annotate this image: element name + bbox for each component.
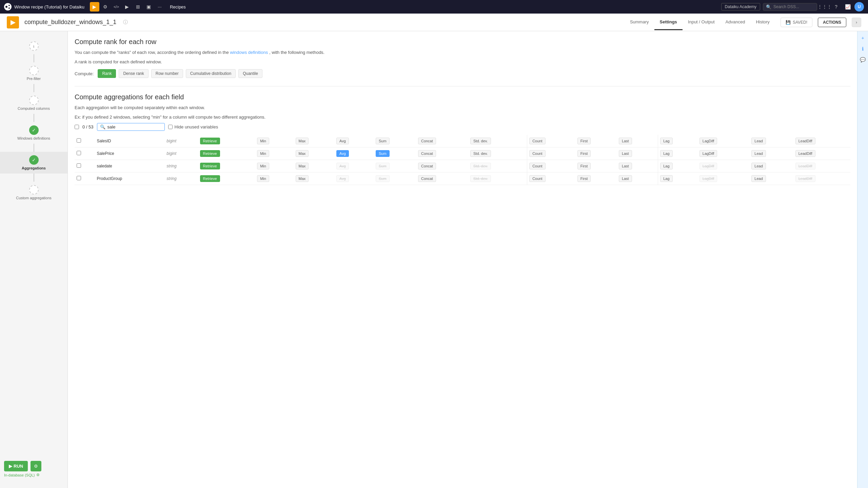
- recipe-info-icon[interactable]: ⓘ: [123, 19, 128, 25]
- retrieve-btn-0[interactable]: Retrieve: [200, 138, 220, 144]
- sum-btn-3[interactable]: Sum: [376, 175, 390, 182]
- windows-definitions-link[interactable]: windows definitions: [230, 50, 268, 55]
- sidebar-item-prefilter[interactable]: Pre-filter: [0, 62, 67, 84]
- concat-btn-0[interactable]: Concat: [418, 138, 436, 144]
- row-checkbox-2[interactable]: [77, 163, 81, 168]
- stddev-btn-2[interactable]: Std. dev.: [470, 163, 491, 169]
- stddev-btn-1[interactable]: Std. dev.: [470, 150, 491, 157]
- hide-unused-checkbox[interactable]: [168, 125, 173, 129]
- stddev-btn-0[interactable]: Std. dev.: [470, 138, 491, 144]
- concat-btn-3[interactable]: Concat: [418, 175, 436, 182]
- avg-btn-1[interactable]: Avg: [336, 150, 349, 157]
- lagdiff-btn-1[interactable]: LagDiff: [699, 150, 717, 157]
- concat-btn-2[interactable]: Concat: [418, 163, 436, 169]
- sum-btn-1[interactable]: Sum: [376, 150, 390, 157]
- gear-nav-icon[interactable]: ⚙: [101, 2, 110, 12]
- row-checkbox-0[interactable]: [77, 138, 81, 143]
- last-btn-1[interactable]: Last: [619, 150, 632, 157]
- play-nav-icon[interactable]: ▶: [122, 2, 132, 12]
- avg-btn-0[interactable]: Avg: [336, 138, 349, 144]
- retrieve-btn-1[interactable]: Retrieve: [200, 150, 220, 157]
- row-number-button[interactable]: Row number: [151, 69, 183, 78]
- more-nav-icon[interactable]: ···: [155, 2, 164, 12]
- help-icon[interactable]: ?: [831, 2, 841, 12]
- count-btn-0[interactable]: Count: [529, 138, 545, 144]
- tab-input-output[interactable]: Input / Output: [683, 15, 720, 30]
- right-panel-chat-icon[interactable]: 💬: [859, 56, 867, 64]
- sidebar-item-aggregations[interactable]: ✓ Aggregations: [0, 152, 67, 174]
- select-all-checkbox[interactable]: [75, 125, 79, 129]
- leaddiff-btn-0[interactable]: LeadDiff: [795, 138, 815, 144]
- db-settings-icon[interactable]: ⚙: [36, 473, 40, 477]
- agg-search-input[interactable]: [107, 124, 162, 129]
- max-btn-3[interactable]: Max: [296, 175, 309, 182]
- sidebar-item-windows-definitions[interactable]: ✓ Windows definitions: [0, 122, 67, 144]
- sidebar-item-custom-aggregations[interactable]: Custom aggregations: [0, 182, 67, 203]
- sidebar-item-computed-columns[interactable]: Computed columns: [0, 92, 67, 114]
- max-btn-2[interactable]: Max: [296, 163, 309, 169]
- concat-btn-1[interactable]: Concat: [418, 150, 436, 157]
- min-btn-3[interactable]: Min: [257, 175, 269, 182]
- right-panel-plus-icon[interactable]: +: [859, 34, 867, 42]
- tab-advanced[interactable]: Advanced: [720, 15, 751, 30]
- leaddiff-btn-3[interactable]: LeadDiff: [795, 175, 815, 182]
- avg-btn-3[interactable]: Avg: [336, 175, 349, 182]
- lead-btn-0[interactable]: Lead: [751, 138, 766, 144]
- run-button[interactable]: ▶ RUN: [4, 461, 28, 471]
- count-btn-2[interactable]: Count: [529, 163, 545, 169]
- lead-btn-3[interactable]: Lead: [751, 175, 766, 182]
- lead-btn-1[interactable]: Lead: [751, 150, 766, 157]
- last-btn-2[interactable]: Last: [619, 163, 632, 169]
- screen-nav-icon[interactable]: ▣: [144, 2, 154, 12]
- lead-btn-2[interactable]: Lead: [751, 163, 766, 169]
- lagdiff-btn-0[interactable]: LagDiff: [699, 138, 717, 144]
- code-nav-icon[interactable]: </>: [112, 2, 121, 12]
- row-checkbox-1[interactable]: [77, 151, 81, 155]
- avatar[interactable]: U: [854, 2, 864, 12]
- count-btn-3[interactable]: Count: [529, 175, 545, 182]
- apps-icon[interactable]: ⋮⋮⋮: [820, 2, 829, 12]
- lag-btn-3[interactable]: Lag: [660, 175, 672, 182]
- count-btn-1[interactable]: Count: [529, 150, 545, 157]
- dense-rank-button[interactable]: Dense rank: [119, 69, 148, 78]
- lag-btn-0[interactable]: Lag: [660, 138, 672, 144]
- lagdiff-btn-2[interactable]: LagDiff: [699, 163, 717, 169]
- leaddiff-btn-1[interactable]: LeadDiff: [795, 150, 815, 157]
- first-btn-1[interactable]: First: [577, 150, 591, 157]
- retrieve-btn-2[interactable]: Retrieve: [200, 163, 220, 169]
- avg-btn-2[interactable]: Avg: [336, 163, 349, 169]
- retrieve-btn-3[interactable]: Retrieve: [200, 175, 220, 182]
- actions-button[interactable]: ACTIONS: [818, 18, 846, 27]
- arrow-nav-icon[interactable]: ▶: [90, 2, 99, 12]
- chart-icon[interactable]: 📈: [843, 2, 852, 12]
- lag-btn-2[interactable]: Lag: [660, 163, 672, 169]
- lagdiff-btn-3[interactable]: LagDiff: [699, 175, 717, 182]
- saved-button[interactable]: 💾 SAVED!: [781, 18, 812, 27]
- max-btn-1[interactable]: Max: [296, 150, 309, 157]
- collapse-button[interactable]: ›: [852, 18, 861, 27]
- tab-summary[interactable]: Summary: [625, 15, 654, 30]
- min-btn-2[interactable]: Min: [257, 163, 269, 169]
- first-btn-3[interactable]: First: [577, 175, 591, 182]
- sum-btn-0[interactable]: Sum: [376, 138, 390, 144]
- search-input[interactable]: [773, 4, 814, 9]
- min-btn-0[interactable]: Min: [257, 138, 269, 144]
- academy-button[interactable]: Dataiku Academy: [721, 3, 760, 11]
- min-btn-1[interactable]: Min: [257, 150, 269, 157]
- cumulative-dist-button[interactable]: Cumulative distribution: [186, 69, 236, 78]
- rank-button[interactable]: Rank: [98, 69, 116, 78]
- stddev-btn-3[interactable]: Std. dev.: [470, 175, 491, 182]
- table-nav-icon[interactable]: ⊞: [133, 2, 143, 12]
- run-settings-button[interactable]: ⚙: [31, 461, 41, 471]
- last-btn-3[interactable]: Last: [619, 175, 632, 182]
- first-btn-0[interactable]: First: [577, 138, 591, 144]
- first-btn-2[interactable]: First: [577, 163, 591, 169]
- tab-history[interactable]: History: [750, 15, 775, 30]
- right-panel-info-icon[interactable]: ℹ: [859, 45, 867, 53]
- leaddiff-btn-2[interactable]: LeadDiff: [795, 163, 815, 169]
- quantile-button[interactable]: Quantile: [238, 69, 262, 78]
- lag-btn-1[interactable]: Lag: [660, 150, 672, 157]
- sum-btn-2[interactable]: Sum: [376, 163, 390, 169]
- row-checkbox-3[interactable]: [77, 176, 81, 180]
- tab-settings[interactable]: Settings: [654, 15, 683, 30]
